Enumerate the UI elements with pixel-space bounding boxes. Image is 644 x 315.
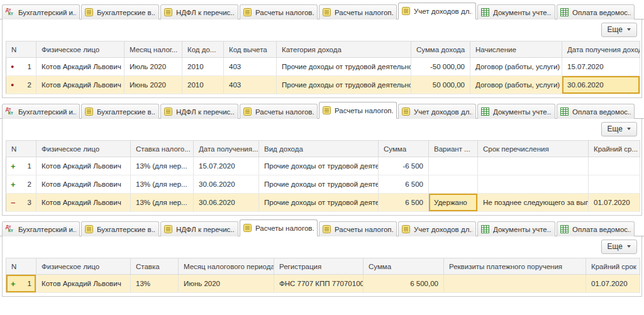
row-number-cell[interactable]: ●1 — [6, 58, 36, 76]
column-header: Месяц налог... — [125, 41, 182, 58]
tab-uchet-dohodov[interactable]: Учет доходов дл... — [398, 221, 476, 236]
journal-icon — [85, 108, 94, 116]
plus-marker-icon: + — [11, 279, 16, 289]
tab-ndfl[interactable]: НДФЛ к перечис... — [160, 4, 238, 19]
tab-raschety-nalogop[interactable]: Расчеты налогоп... — [319, 4, 397, 19]
tab-raschety-nalogov[interactable]: Расчеты налогов... — [240, 104, 318, 119]
table-row[interactable]: +2 Котов Аркадий Львович 13% (для нер...… — [6, 175, 640, 194]
cell-accrual[interactable]: Договор (работы, услуги) — [470, 76, 562, 94]
cell-transfer-term[interactable] — [478, 175, 589, 194]
tab-raschety-nalogop[interactable]: Расчеты налогоп... — [319, 221, 397, 236]
cell-income-code[interactable]: 2010 — [182, 76, 224, 94]
cell-rate[interactable]: 13% (для нер... — [131, 157, 194, 175]
record-marker-icon: ● — [11, 82, 14, 88]
table-row[interactable]: +1 Котов Аркадий Львович 13% (для нер...… — [6, 157, 640, 175]
cell-income-code[interactable]: 2010 — [182, 58, 224, 76]
cell-variant[interactable] — [429, 175, 478, 194]
cell-variant-selected[interactable]: Удержано — [429, 194, 478, 212]
cell-transfer-term[interactable]: Не позднее следующего за вып... — [478, 194, 589, 212]
tab-buhgalterskie[interactable]: Бухгалтерские в... — [81, 104, 159, 119]
tab-buhgalterskie[interactable]: Бухгалтерские в... — [81, 4, 159, 19]
table-row[interactable]: ●1 Котов Аркадий Львович Июль 2020 2010 … — [6, 58, 640, 76]
cell-registration[interactable]: ФНС 7707 КПП 770701001 — [274, 275, 364, 293]
more-button[interactable]: Еще — [601, 240, 637, 254]
cell-income-type[interactable]: Прочие доходы от трудовой деятельности — [259, 194, 379, 212]
tab-ndfl[interactable]: НДФЛ к перечис... — [160, 104, 238, 119]
cell-rate[interactable]: 13% — [131, 275, 179, 293]
cell-transfer-term[interactable] — [478, 157, 589, 175]
cell-month[interactable]: Июль 2020 — [125, 58, 182, 76]
panel-tax-settlements: ДтКтБухгалтерский и... Бухгалтерские в..… — [0, 101, 644, 216]
cell-amount[interactable]: 6 500 — [379, 194, 429, 212]
cell-deduction-code[interactable]: 403 — [224, 58, 277, 76]
tab-bar: ДтКтБухгалтерский и... Бухгалтерские в..… — [0, 101, 644, 119]
cell-deadline[interactable] — [589, 157, 640, 175]
tab-dokumenty[interactable]: Документы учте... — [477, 4, 555, 19]
journal-icon — [164, 8, 173, 17]
journal-icon — [402, 108, 411, 116]
header-row: N Физическое лицо Ставка налого... Дата … — [6, 141, 640, 157]
row-number-cell[interactable]: +2 — [6, 175, 36, 194]
cell-variant[interactable] — [429, 157, 478, 175]
cell-category[interactable]: Прочие доходы от трудовой деятельности — [277, 58, 411, 76]
cell-amount[interactable]: -50 000,00 — [411, 58, 470, 76]
column-header: Регистрация — [274, 258, 364, 275]
cell-person[interactable]: Котов Аркадий Львович — [36, 157, 131, 175]
table-row[interactable]: ●2 Котов Аркадий Львович Июнь 2020 2010 … — [6, 76, 640, 94]
tab-raschety-nalogov[interactable]: Расчеты налогов... — [240, 4, 318, 19]
column-header: Месяц налогового периода — [179, 258, 274, 275]
tab-raschety-nalogop[interactable]: Расчеты налогоп... — [319, 102, 397, 119]
tab-uchet-dohodov[interactable]: Учет доходов дл... — [398, 3, 476, 19]
cell-deadline[interactable]: 01.07.2020 — [586, 275, 640, 293]
cell-person[interactable]: Котов Аркадий Львович — [36, 194, 131, 212]
cell-deadline[interactable] — [589, 175, 640, 194]
cell-person[interactable]: Котов Аркадий Львович — [36, 76, 125, 94]
cell-month[interactable]: Июнь 2020 — [179, 275, 274, 293]
tab-dokumenty[interactable]: Документы учте... — [477, 104, 555, 119]
cell-date[interactable]: 30.06.2020 — [194, 194, 259, 212]
cell-date-selected[interactable]: 30.06.2020 — [562, 76, 640, 94]
tab-buhgalterskiy[interactable]: ДтКтБухгалтерский и... — [2, 221, 80, 236]
more-button[interactable]: Еще — [601, 23, 637, 37]
cell-amount[interactable]: 50 000,00 — [411, 76, 470, 94]
tab-buhgalterskiy[interactable]: ДтКтБухгалтерский и... — [2, 4, 80, 19]
tab-raschety-nalogov[interactable]: Расчеты налогов... — [240, 219, 318, 236]
tab-buhgalterskie[interactable]: Бухгалтерские в... — [81, 221, 159, 236]
tab-dokumenty[interactable]: Документы учте... — [477, 221, 555, 236]
cell-person[interactable]: Котов Аркадий Львович — [36, 58, 125, 76]
column-header: Ставка — [131, 258, 179, 275]
tab-buhgalterskiy[interactable]: ДтКтБухгалтерский и... — [2, 104, 80, 119]
row-number-cell[interactable]: ●2 — [6, 76, 36, 94]
cell-payment-details[interactable] — [444, 275, 586, 293]
tab-ndfl[interactable]: НДФЛ к перечис... — [160, 221, 238, 236]
cell-amount[interactable]: 6 500,00 — [364, 275, 444, 293]
cell-month[interactable]: Июнь 2020 — [125, 76, 182, 94]
cell-income-type[interactable]: Прочие доходы от трудовой деятельности — [259, 157, 379, 175]
cell-rate[interactable]: 13% (для нер... — [131, 175, 194, 194]
tab-oplata[interactable]: Оплата ведомос... — [557, 104, 635, 119]
journal-icon — [243, 224, 252, 233]
cell-deadline[interactable]: 01.07.2020 — [589, 194, 640, 212]
row-number-cell[interactable]: +1 — [6, 157, 36, 175]
cell-category[interactable]: Прочие доходы от трудовой деятельности — [277, 76, 411, 94]
cell-deduction-code[interactable]: 403 — [224, 76, 277, 94]
cell-amount[interactable]: -6 500 — [379, 157, 429, 175]
table-row[interactable]: +1 Котов Аркадий Львович 13% Июнь 2020 Ф… — [6, 275, 640, 293]
tab-oplata[interactable]: Оплата ведомос... — [557, 221, 635, 236]
cell-income-type[interactable]: Прочие доходы от трудовой деятельности — [259, 175, 379, 194]
cell-rate[interactable]: 13% (для нер... — [131, 194, 194, 212]
row-number-cell[interactable]: −3 — [6, 194, 36, 212]
cell-date[interactable]: 15.07.2020 — [562, 58, 640, 76]
cell-person[interactable]: Котов Аркадий Львович — [36, 275, 131, 293]
more-button[interactable]: Еще — [601, 122, 637, 136]
table-row[interactable]: −3 Котов Аркадий Львович 13% (для нер...… — [6, 194, 640, 212]
cell-amount[interactable]: 6 500 — [379, 175, 429, 194]
tab-uchet-dohodov[interactable]: Учет доходов дл... — [398, 104, 476, 119]
column-header: Начисление — [470, 41, 562, 58]
cell-date[interactable]: 30.06.2020 — [194, 175, 259, 194]
row-number-cell-selected[interactable]: +1 — [6, 275, 36, 293]
cell-date[interactable]: 15.07.2020 — [194, 157, 259, 175]
tab-oplata[interactable]: Оплата ведомос... — [557, 4, 635, 19]
cell-person[interactable]: Котов Аркадий Львович — [36, 175, 131, 194]
cell-accrual[interactable]: Договор (работы, услуги) — [470, 58, 562, 76]
